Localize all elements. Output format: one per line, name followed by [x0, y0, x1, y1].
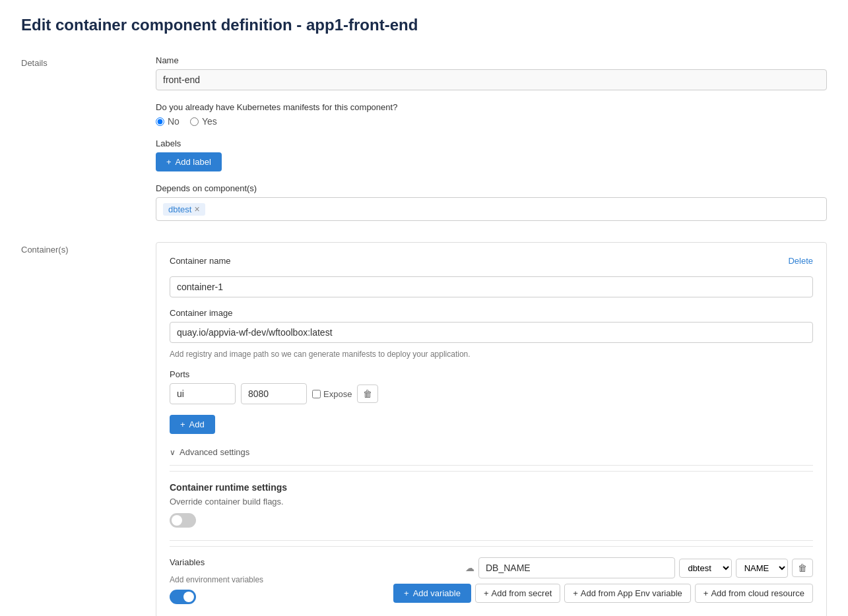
name-label: Name [156, 55, 827, 65]
depends-field-group: Depends on component(s) dbtest × [156, 183, 827, 221]
add-variable-button[interactable]: + Add variable [393, 584, 471, 603]
expose-checkbox[interactable] [312, 390, 321, 398]
kubernetes-radio-group: No Yes [156, 116, 827, 127]
runtime-section: Container runtime settings Override cont… [170, 471, 813, 530]
divider-1 [170, 465, 813, 466]
depends-tag-input[interactable]: dbtest × [156, 197, 827, 221]
kubernetes-field-group: Do you already have Kubernetes manifests… [156, 102, 827, 127]
plus-icon: + [573, 588, 578, 598]
add-from-cloud-button[interactable]: + Add from cloud resource [695, 584, 813, 603]
container-name-label: Container name [170, 256, 231, 266]
plus-icon: + [166, 157, 172, 167]
name-input[interactable] [156, 69, 827, 90]
runtime-desc: Override container build flags. [170, 497, 813, 507]
ports-field: Ports Expose 🗑 [170, 369, 813, 404]
runtime-toggle[interactable] [170, 513, 196, 528]
dbtest-tag[interactable]: dbtest × [163, 203, 205, 216]
plus-icon: + [180, 419, 185, 429]
labels-label: Labels [156, 139, 827, 148]
runtime-title: Container runtime settings [170, 482, 813, 493]
plus-icon: + [484, 588, 489, 598]
variables-header: Variables Add environment variables ☁ [170, 557, 813, 604]
container-image-field: Container image Add registry and image p… [170, 308, 813, 359]
page-title: Edit container component definition - ap… [21, 16, 827, 34]
expose-checkbox-label[interactable]: Expose [312, 389, 352, 399]
port-number-input[interactable] [241, 383, 307, 404]
add-port-section: + Add [170, 415, 813, 434]
variable-row: ☁ dbtest NAME 🗑 [465, 557, 813, 578]
kubernetes-no-radio[interactable]: No [156, 116, 179, 127]
advanced-settings-toggle[interactable]: ∨ Advanced settings [170, 445, 813, 460]
ports-label: Ports [170, 369, 813, 379]
add-from-secret-button[interactable]: + Add from secret [475, 584, 560, 603]
trash-icon: 🗑 [363, 388, 372, 399]
variables-section: Variables Add environment variables ☁ [170, 546, 813, 604]
plus-icon: + [404, 588, 409, 598]
port-name-input[interactable] [170, 383, 236, 404]
variables-label: Variables [170, 557, 263, 567]
delete-port-button[interactable]: 🗑 [357, 385, 378, 403]
plus-icon: + [703, 588, 709, 598]
kubernetes-question: Do you already have Kubernetes manifests… [156, 102, 827, 112]
container-image-label: Container image [170, 308, 813, 318]
details-label: Details [21, 55, 140, 221]
container-name-input[interactable] [170, 276, 813, 297]
containers-label: Container(s) [21, 242, 140, 616]
kubernetes-yes-radio[interactable]: Yes [190, 116, 217, 127]
container-image-input[interactable] [170, 322, 813, 343]
variable-actions: + Add variable + Add from secret + Add f… [393, 584, 813, 603]
labels-field-group: Labels + Add label [156, 139, 827, 171]
container-image-hint: Add registry and image path so we can ge… [170, 350, 813, 359]
variables-desc: Add environment variables [170, 575, 263, 584]
variables-left: Variables Add environment variables [170, 557, 263, 604]
variables-right: ☁ dbtest NAME 🗑 [393, 557, 813, 603]
add-from-app-env-button[interactable]: + Add from App Env variable [564, 584, 691, 603]
delete-variable-button[interactable]: 🗑 [792, 559, 813, 577]
name-field-group: Name [156, 55, 827, 90]
container-card: Container name Delete Container image Ad… [156, 242, 827, 616]
add-label-button[interactable]: + Add label [156, 152, 222, 171]
dbtest-remove-icon[interactable]: × [194, 204, 199, 214]
delete-link[interactable]: Delete [788, 256, 813, 266]
depends-label: Depends on component(s) [156, 183, 827, 193]
container-name-field [170, 276, 813, 297]
variable-value-select[interactable]: dbtest [679, 559, 731, 578]
container-card-header: Container name Delete [170, 256, 813, 266]
trash-icon: 🗑 [798, 563, 807, 573]
variable-name-input[interactable] [478, 557, 675, 578]
chevron-down-icon: ∨ [170, 448, 176, 457]
variables-toggle[interactable] [170, 590, 196, 604]
cloud-icon: ☁ [465, 563, 474, 573]
variable-second-select[interactable]: NAME [736, 559, 788, 578]
divider-2 [170, 540, 813, 541]
add-port-button[interactable]: + Add [170, 415, 215, 434]
ports-row: Expose 🗑 [170, 383, 813, 404]
